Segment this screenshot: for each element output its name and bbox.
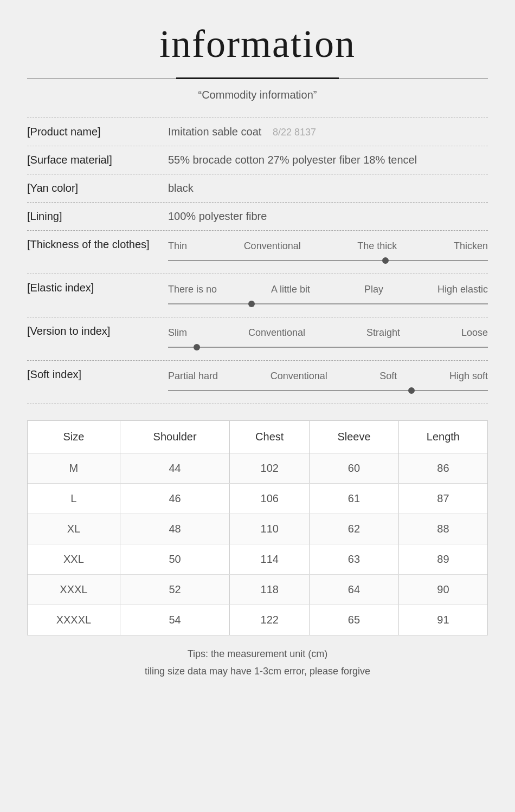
slider-elastic-container: There is no A little bit Play High elast… [168,282,488,309]
cell-3-1: 50 [120,544,230,575]
slider-thickness-labels: Thin Conventional The thick Thicken [168,241,488,252]
slider-elastic-dot [248,301,255,307]
info-row-soft: [Soft index] Partial hard Conventional S… [27,360,488,404]
label-product-name: [Product name] [27,126,168,138]
cell-2-2: 110 [230,514,310,544]
slider-elastic: There is no A little bit Play High elast… [168,282,488,309]
col-header-length: Length [398,421,487,453]
slider-soft-track-wrapper [168,385,488,396]
slider-soft-container: Partial hard Conventional Soft High soft [168,368,488,396]
info-row-yan-color: [Yan color] black [27,174,488,202]
cell-3-2: 114 [230,544,310,575]
cell-1-4: 87 [398,484,487,514]
value-yan-color: black [168,182,488,194]
cell-5-2: 122 [230,605,310,635]
label-elastic: [Elastic index] [27,282,168,294]
cell-5-1: 54 [120,605,230,635]
tips-line1: Tips: the measurement unit (cm) [27,645,488,662]
underline-right [339,78,488,79]
tips-section: Tips: the measurement unit (cm) tiling s… [27,645,488,680]
page-title: information [27,22,488,67]
slider-soft-dot [408,387,415,394]
label-version: [Version to index] [27,325,168,337]
info-row-surface-material: [Surface material] 55% brocade cotton 27… [27,146,488,174]
cell-1-0: L [28,484,120,514]
cell-2-0: XL [28,514,120,544]
cell-0-0: M [28,453,120,484]
cell-5-4: 91 [398,605,487,635]
table-header-row: Size Shoulder Chest Sleeve Length [28,421,487,453]
col-header-sleeve: Sleeve [310,421,399,453]
table-row: M441026086 [28,453,487,484]
slider-thickness-track-wrapper [168,255,488,266]
label-yan-color: [Yan color] [27,182,168,194]
slider-thickness-dot [382,257,389,264]
table-row: XXXXL541226591 [28,605,487,635]
cell-5-3: 65 [310,605,399,635]
slider-soft-track [168,390,488,391]
label-lining: [Lining] [27,210,168,223]
slider-soft: Partial hard Conventional Soft High soft [168,368,488,396]
sku-number: 8/22 8137 [273,127,316,138]
slider-version-dot [194,344,200,350]
cell-0-2: 102 [230,453,310,484]
cell-3-0: XXL [28,544,120,575]
cell-2-1: 48 [120,514,230,544]
slider-version-track [168,347,488,348]
col-header-shoulder: Shoulder [120,421,230,453]
title-underline [27,77,488,79]
value-lining: 100% polyester fibre [168,210,488,223]
slider-thickness: Thin Conventional The thick Thicken [168,238,488,266]
slider-elastic-track [168,303,488,304]
size-table-container: Size Shoulder Chest Sleeve Length M44102… [27,420,488,635]
cell-0-3: 60 [310,453,399,484]
cell-4-0: XXXL [28,575,120,605]
size-table: Size Shoulder Chest Sleeve Length M44102… [28,421,487,635]
tips-line2: tiling size data may have 1-3cm error, p… [27,662,488,680]
info-row-product-name: [Product name] Imitation sable coat 8/22… [27,118,488,146]
slider-elastic-labels: There is no A little bit Play High elast… [168,284,488,295]
label-thickness: [Thickness of the clothes] [27,238,168,251]
table-row: L461066187 [28,484,487,514]
slider-thickness-container: Thin Conventional The thick Thicken [168,238,488,266]
info-row-lining: [Lining] 100% polyester fibre [27,202,488,230]
slider-elastic-track-wrapper [168,298,488,309]
cell-2-4: 88 [398,514,487,544]
slider-version-track-wrapper [168,342,488,353]
slider-soft-labels: Partial hard Conventional Soft High soft [168,371,488,382]
info-row-thickness: [Thickness of the clothes] Thin Conventi… [27,230,488,274]
col-header-chest: Chest [230,421,310,453]
cell-4-3: 64 [310,575,399,605]
table-row: XL481106288 [28,514,487,544]
label-soft: [Soft index] [27,368,168,381]
cell-0-1: 44 [120,453,230,484]
cell-3-3: 63 [310,544,399,575]
cell-4-2: 118 [230,575,310,605]
cell-4-4: 90 [398,575,487,605]
table-row: XXL501146389 [28,544,487,575]
label-surface-material: [Surface material] [27,154,168,166]
slider-version-labels: Slim Conventional Straight Loose [168,327,488,339]
cell-3-4: 89 [398,544,487,575]
table-row: XXXL521186490 [28,575,487,605]
cell-1-3: 61 [310,484,399,514]
slider-version: Slim Conventional Straight Loose [168,325,488,353]
subtitle: “Commodity information” [27,89,488,101]
cell-4-1: 52 [120,575,230,605]
value-surface-material: 55% brocade cotton 27% polyester fiber 1… [168,154,488,166]
info-row-version: [Version to index] Slim Conventional Str… [27,317,488,360]
underline-center [176,77,339,79]
cell-5-0: XXXXL [28,605,120,635]
col-header-size: Size [28,421,120,453]
info-row-elastic: [Elastic index] There is no A little bit… [27,274,488,317]
slider-thickness-track [168,260,488,261]
page-container: information “Commodity information” [Pro… [0,0,515,812]
slider-version-container: Slim Conventional Straight Loose [168,325,488,353]
value-product-name: Imitation sable coat 8/22 8137 [168,126,488,138]
info-section: [Product name] Imitation sable coat 8/22… [27,118,488,404]
cell-1-2: 106 [230,484,310,514]
underline-left [27,78,176,79]
cell-1-1: 46 [120,484,230,514]
cell-2-3: 62 [310,514,399,544]
cell-0-4: 86 [398,453,487,484]
